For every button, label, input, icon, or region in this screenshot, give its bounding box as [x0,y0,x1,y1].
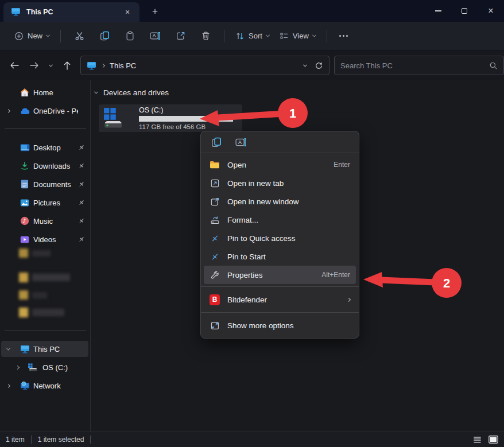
menu-item-pin-to-quick-access[interactable]: Pin to Quick access [204,229,356,247]
tab-this-pc[interactable]: This PC × [3,2,139,22]
address-dropdown-icon[interactable] [303,63,307,67]
sidebar-item-network[interactable]: Network [1,378,88,394]
refresh-button[interactable] [315,61,323,70]
copy-button[interactable] [92,26,117,46]
thumbnails-view-button[interactable] [488,436,498,444]
chevron-down-icon [48,63,52,67]
rename-button[interactable]: A [142,26,168,46]
recent-locations-button[interactable] [44,56,57,75]
open-new-tab-icon [210,178,220,188]
pin-icon [78,181,85,188]
more-options-button[interactable] [333,26,355,46]
up-button[interactable] [57,56,77,75]
search-input[interactable] [340,61,489,70]
new-button[interactable]: New [9,26,55,46]
new-tab-button[interactable]: + [148,5,162,18]
show-more-options-icon [210,320,220,331]
sort-button[interactable]: Sort [230,26,274,46]
command-toolbar: New A Sort View [0,22,504,50]
rename-button[interactable]: A [234,135,248,149]
address-bar[interactable]: This PC [80,56,329,75]
search-icon [489,61,498,70]
selection-count: 1 item selected [38,436,84,444]
paste-button[interactable] [117,26,142,46]
toolbar-divider [224,30,224,42]
menu-item-open[interactable]: Open Enter [204,156,356,174]
sidebar-item-label: Pictures [33,199,78,207]
menu-item-label: Pin to Start [227,252,266,261]
minimize-button[interactable] [425,0,451,22]
maximize-icon [462,8,467,14]
status-divider [90,436,91,444]
sidebar-item-label: OneDrive - Persona [33,107,78,115]
chevron-down-icon[interactable] [6,346,10,350]
copy-icon [100,31,110,41]
tab-close-icon[interactable]: × [121,6,134,18]
sidebar-item-home[interactable]: Home [1,84,88,100]
menu-item-properties[interactable]: Properties Alt+Enter [204,266,356,284]
sidebar-item-music[interactable]: ♪ Music [1,213,88,229]
close-button[interactable]: × [478,0,504,22]
rename-icon: A [150,31,161,41]
menu-item-label: Open [227,161,246,169]
drive-item-os-c[interactable]: OS (C:) 117 GB free of 456 GB [99,104,242,132]
share-button[interactable] [168,26,193,46]
toolbar-divider [327,30,327,42]
sidebar-item-label: Documents [33,180,78,189]
context-menu-quick-actions: A [201,131,359,153]
sidebar-item-pictures[interactable]: Pictures [1,195,88,211]
window-controls: × [425,0,504,22]
sidebar-item-videos[interactable]: Videos [1,231,88,247]
menu-item-label: Pin to Quick access [227,234,296,243]
maximize-button[interactable] [451,0,478,22]
status-divider [31,436,32,444]
search-box[interactable] [334,56,504,75]
chevron-down-icon [312,33,316,37]
chevron-right-icon[interactable] [6,383,10,387]
bitdefender-icon: B [210,294,220,305]
more-ellipsis-icon [339,35,348,37]
desktop-icon [20,142,30,153]
view-list-icon [280,32,289,41]
this-pc-icon [20,344,30,354]
menu-item-pin-to-start[interactable]: Pin to Start [204,247,356,266]
sidebar-item-documents[interactable]: Documents [1,176,88,192]
drive-name: OS (C:) [139,106,163,114]
section-devices-and-drives[interactable]: Devices and drives [95,88,169,97]
view-switcher [472,436,498,444]
menu-item-show-more-options[interactable]: Show more options [204,315,356,336]
wrench-icon [210,270,220,280]
close-icon: × [488,6,493,15]
toolbar-divider [60,30,61,42]
sidebar-item-downloads[interactable]: Downloads [1,158,88,174]
view-button[interactable]: View [274,26,321,46]
details-view-button[interactable] [472,436,482,444]
share-icon [176,31,185,41]
chevron-right-icon[interactable] [15,365,20,369]
menu-item-format[interactable]: Format... [204,211,356,229]
sidebar-item-this-pc[interactable]: This PC [1,341,88,357]
item-count: 1 item [6,436,25,444]
new-button-label: New [28,32,42,40]
section-title: Devices and drives [103,88,169,97]
forward-button[interactable] [24,56,44,75]
breadcrumb[interactable]: This PC [110,61,298,70]
menu-item-bitdefender[interactable]: B Bitdefender [204,289,356,310]
delete-button[interactable] [193,26,218,46]
windows-drive-icon [102,107,125,130]
menu-item-open-in-new-tab[interactable]: Open in new tab [204,174,356,192]
chevron-right-icon[interactable] [6,108,10,112]
context-menu: A Open Enter Open in new tab Open in new… [200,131,359,339]
menu-item-open-in-new-window[interactable]: Open in new window [204,192,356,211]
cut-button[interactable] [67,26,92,46]
sidebar-item-onedrive[interactable]: OneDrive - Persona [1,103,88,119]
sidebar-item-label: Desktop [33,143,78,152]
copy-button[interactable] [210,135,223,149]
music-icon: ♪ [20,216,30,226]
pictures-icon [20,197,30,208]
svg-text:A: A [238,139,242,145]
sidebar-item-desktop[interactable]: Desktop [1,139,88,156]
back-button[interactable] [5,56,24,75]
sidebar-item-os-c[interactable]: OS (C:) [1,359,88,375]
copy-icon [211,137,222,147]
